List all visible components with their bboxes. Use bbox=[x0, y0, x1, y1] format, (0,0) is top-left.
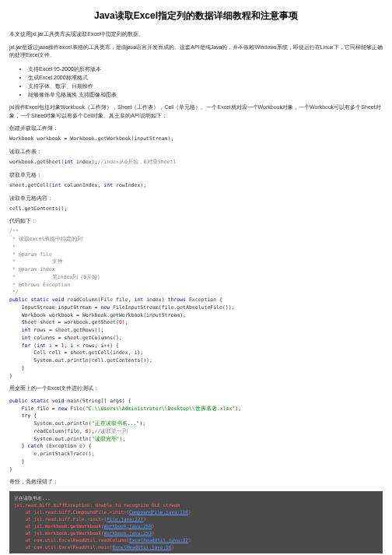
step-2-code: workbook.getSheet(int index);//index从0开始… bbox=[9, 159, 383, 167]
intro-1: 本文使用jxl.jar工具类库实现读取Excel中指定列的数据。 bbox=[9, 30, 383, 39]
list-item: 支持字体、数字、日期操作 bbox=[28, 82, 383, 90]
step-1-code: Workbook workbook = Workbook.getWorkbook… bbox=[9, 135, 383, 143]
feature-list: 支持Excel 95-2000的所有版本 生成Excel 2000标准格式 支持… bbox=[28, 65, 383, 100]
step-3-code: sheet.getCell(int columnIndex, int rowIn… bbox=[9, 182, 383, 190]
step-3-label: 获取单元格： bbox=[9, 171, 383, 179]
step-1-label: 创建并获取工作簿： bbox=[9, 125, 383, 132]
step-5-label: 代码如下： bbox=[9, 217, 383, 225]
page-title: Java读取Excel指定列的数据详细教程和注意事项 bbox=[9, 9, 383, 23]
list-item: 生成Excel 2000标准格式 bbox=[28, 73, 383, 82]
error-output: 正在读取书名... jxl.read.biff.BiffException: U… bbox=[9, 491, 383, 553]
read-column-code: /** * 读取excel表格中特定的列 * * @param file * 文… bbox=[9, 228, 383, 380]
step-4-label: 读取单元格内容： bbox=[9, 195, 383, 202]
object-desc: jxl操作Excel包括对象Workbook（工作簿），Sheet（工作表），C… bbox=[9, 104, 383, 120]
mid-text-1: 用桌面上的一个Excel文件进行测试： bbox=[9, 385, 383, 393]
step-4-code: cell.getContents(); bbox=[9, 205, 383, 213]
mid-text-2: 奇怪，竟然报错了： bbox=[9, 478, 383, 487]
list-item: 支持Excel 95-2000的所有版本 bbox=[28, 65, 383, 73]
list-item: 能够修饰单元格属性 支持图像和图表 bbox=[28, 90, 383, 99]
intro-2: jxl.jar是通过java操作excel表格的工具类库，是由java语言开发而… bbox=[9, 44, 383, 60]
step-2-label: 读取工作表： bbox=[9, 148, 383, 156]
main-code: public static void main(String[] args) {… bbox=[9, 398, 383, 474]
